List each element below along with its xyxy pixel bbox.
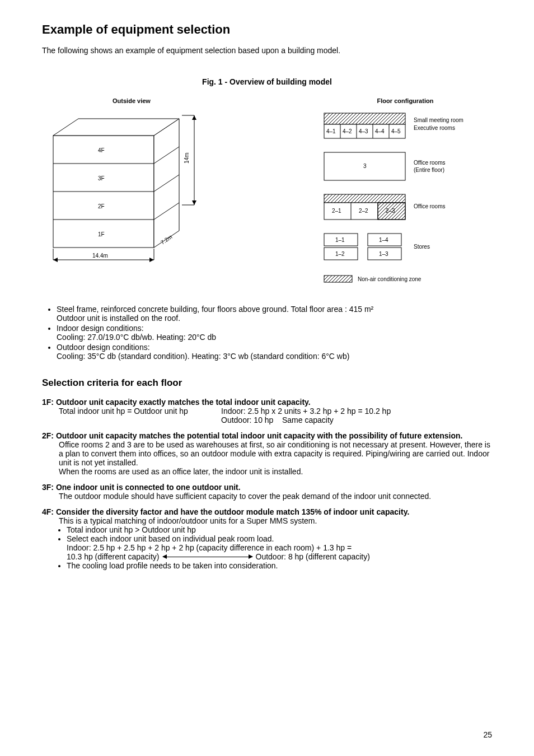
room-label: 1–2 [335, 251, 345, 257]
room-label: 1–1 [335, 237, 345, 243]
floor-desc: Executive rooms [414, 125, 455, 131]
building-spec-list: Steel frame, reinforced concrete buildin… [42, 305, 492, 361]
floor-4f-head: 4F: Consider the diversity factor and ha… [42, 507, 492, 516]
bullet-item: Select each indoor unit based on individ… [67, 534, 492, 561]
floor-config-diagram: 4–1 4–2 4–3 4–4 4–5 Small meeting room E… [318, 108, 492, 292]
room-label: 1–4 [379, 237, 388, 243]
outside-view-block: Outside view 4F [42, 97, 221, 295]
svg-marker-15 [53, 258, 58, 262]
floor-4f-intro: This is a typical matching of indoor/out… [42, 516, 492, 525]
floor-3f: 3F: One indoor unit is connected to one … [42, 483, 492, 501]
svg-marker-11 [192, 200, 196, 205]
double-arrow-icon [163, 557, 252, 557]
text: 10.3 hp (different capacity) [67, 552, 160, 561]
intro-text: The following shows an example of equipm… [42, 46, 492, 55]
floor-desc: (Entire floor) [414, 167, 444, 173]
floor-desc: Office rooms [414, 160, 446, 166]
svg-marker-10 [192, 115, 196, 120]
floor-label: 4F [98, 147, 105, 153]
text: Outdoor: 8 hp (different capacity) [256, 552, 370, 561]
floor-3f-body: The outdoor module should have sufficien… [42, 492, 492, 501]
room-label: 3 [363, 163, 367, 169]
floor-label: 3F [98, 175, 105, 181]
svg-rect-35 [324, 276, 352, 282]
svg-marker-16 [149, 258, 154, 262]
floor-1f-head: 1F: Outdoor unit capacity exactly matche… [42, 398, 492, 407]
floor-desc: Small meeting room [414, 117, 463, 123]
diagram-row: Outside view 4F [42, 97, 492, 295]
bullet-item: Steel frame, reinforced concrete buildin… [57, 305, 492, 323]
bullet-item: The cooling load profile needs to be tak… [67, 561, 492, 570]
floor-3f-head: 3F: One indoor unit is connected to one … [42, 483, 492, 492]
text: Outdoor: 10 hp Same capacity [221, 416, 334, 424]
floor-desc: Office rooms [414, 203, 446, 209]
room-label: 4–2 [343, 128, 352, 134]
page: Example of equipment selection The follo… [0, 0, 534, 756]
bullet-item: Outdoor design conditions: Cooling: 35°C… [57, 343, 492, 361]
room-label: 4–3 [359, 128, 368, 134]
floor-label: 1F [98, 231, 105, 237]
svg-rect-19 [324, 113, 405, 124]
room-label: 4–4 [375, 128, 385, 134]
page-number: 25 [483, 730, 492, 739]
height-label: 14m [184, 153, 190, 164]
page-title: Example of equipment selection [42, 22, 492, 37]
bullet-item: Total indoor unit hp > Outdoor unit hp [67, 525, 492, 534]
criteria-heading: Selection criteria for each floor [42, 377, 492, 389]
floor-desc: Stores [414, 244, 430, 250]
room-label: 2–1 [332, 208, 341, 214]
outside-view-title: Outside view [42, 97, 221, 104]
room-label: 4–5 [391, 128, 401, 134]
figure-title: Fig. 1 - Overview of building model [42, 77, 492, 86]
floor-config-block: Floor configuration 4–1 4–2 4–3 4–4 4–5 … [318, 97, 492, 295]
outside-view-diagram: 4F 3F 2F 1F 7.2m 14m 14.4m [42, 108, 221, 270]
text: Total indoor unit hp = Outdoor unit hp [59, 407, 221, 424]
bullet-item: Indoor design conditions: Cooling: 27.0/… [57, 324, 492, 342]
text: Select each indoor unit based on individ… [67, 534, 274, 543]
floor-label: 2F [98, 203, 105, 209]
room-label: 4–1 [326, 128, 336, 134]
floor-2f-head: 2F: Outdoor unit capacity matches the po… [42, 431, 492, 440]
text: Indoor: 2.5 hp + 2.5 hp + 2 hp + 2 hp (c… [67, 543, 352, 552]
text: Indoor: 2.5 hp x 2 units + 3.2 hp + 2 hp… [221, 407, 391, 416]
floor-config-title: Floor configuration [318, 97, 492, 104]
svg-rect-26 [324, 194, 405, 203]
legend-label: Non-air conditioning zone [358, 276, 421, 282]
floor-4f: 4F: Consider the diversity factor and ha… [42, 507, 492, 570]
floor-4f-bullets: Total indoor unit hp > Outdoor unit hp S… [42, 525, 492, 570]
floor-2f-body: Office rooms 2 and 3 are to be used as w… [42, 440, 492, 476]
room-label: 2–2 [359, 208, 368, 214]
floor-1f: 1F: Outdoor unit capacity exactly matche… [42, 398, 492, 424]
room-label: 1–3 [379, 251, 388, 257]
room-label: 2–3 [386, 208, 395, 214]
floor-2f: 2F: Outdoor unit capacity matches the po… [42, 431, 492, 476]
width-label: 14.4m [92, 253, 108, 259]
